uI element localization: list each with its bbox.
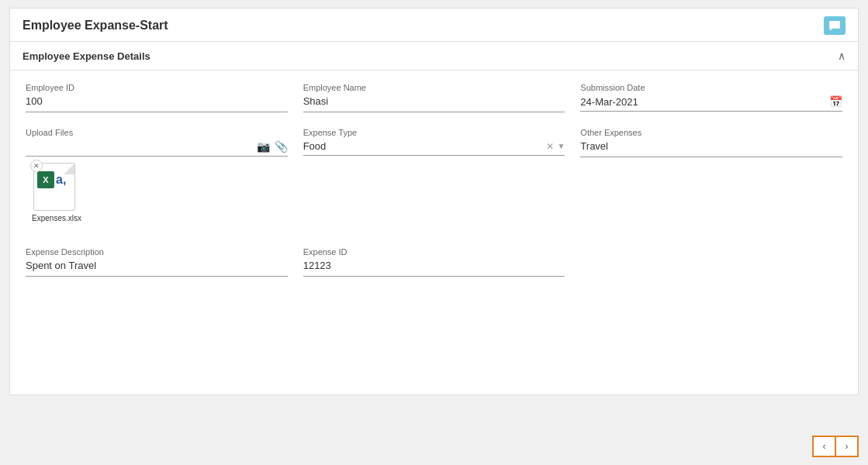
section-title: Employee Expense Details [22,50,150,62]
prev-button[interactable]: ‹ [812,436,835,457]
expense-description-field: Expense Description Spent on Travel [26,247,288,277]
employee-name-label: Employee Name [303,83,565,92]
other-expenses-label: Other Expenses [580,128,842,137]
svg-rect-0 [830,22,839,29]
chat-icon-button[interactable] [824,16,846,35]
next-button[interactable]: › [835,436,859,457]
collapse-icon[interactable]: ∧ [838,50,846,62]
file-name: Expenses.xlsx [26,214,88,222]
form-row-1: Employee ID 100 Employee Name Shasi Subm… [26,83,842,112]
camera-icon[interactable]: 📷 [257,140,270,153]
form-row-3: Expense Description Spent on Travel Expe… [26,247,842,277]
excel-icon: X [37,171,54,188]
expense-id-label: Expense ID [303,247,565,257]
expense-id-field: Expense ID 12123 [303,247,565,277]
form-content: Employee ID 100 Employee Name Shasi Subm… [10,71,858,394]
expense-description-value[interactable]: Spent on Travel [26,260,288,277]
upload-controls: 📷 📎 [26,140,288,157]
submission-date-field: Submission Date 24-Mar-2021 📅 [580,83,842,112]
file-close-button[interactable]: ✕ [30,160,43,172]
expense-type-actions: ✕ ▼ [546,141,565,152]
file-preview-area: ✕ X a, Expenses.xlsx [26,163,288,222]
expense-id-value[interactable]: 12123 [303,260,565,277]
submission-date-label: Submission Date [580,83,842,92]
expense-type-input: Food ✕ ▼ [303,140,565,156]
other-expenses-value[interactable]: Travel [580,140,842,157]
section-header: Employee Expense Details ∧ [10,42,858,71]
other-expenses-field: Other Expenses Travel [580,128,842,157]
main-container: Employee Expanse-Start Employee Expense … [9,8,859,395]
expense-type-field: Expense Type Food ✕ ▼ [303,128,565,156]
file-card: ✕ X a, Expenses.xlsx [26,163,88,222]
submission-date-value: 24-Mar-2021 [580,96,829,108]
file-icon-wrapper: ✕ X a, [33,163,80,211]
expense-type-clear-button[interactable]: ✕ [546,141,554,152]
employee-name-value[interactable]: Shasi [303,95,565,112]
employee-id-value[interactable]: 100 [26,95,288,112]
employee-id-field: Employee ID 100 [26,83,288,112]
gray-bar: ‹ › [0,403,868,465]
expense-type-label: Expense Type [303,128,565,137]
expense-description-label: Expense Description [26,247,288,257]
form-row-2: Upload Files 📷 📎 ✕ X [26,128,842,232]
nav-footer: ‹ › [812,436,859,457]
expense-type-dropdown-button[interactable]: ▼ [557,142,565,150]
word-icon: a, [56,173,66,187]
employee-id-label: Employee ID [26,83,288,92]
page-header: Employee Expanse-Start [10,9,858,42]
upload-files-field: Upload Files 📷 📎 ✕ X [26,128,288,232]
attachment-icon[interactable]: 📎 [275,140,288,153]
page-title: Employee Expanse-Start [22,19,168,33]
upload-files-label: Upload Files [26,128,288,137]
employee-name-field: Employee Name Shasi [303,83,565,112]
chat-icon [828,20,841,31]
calendar-icon[interactable]: 📅 [829,95,842,108]
expense-type-value: Food [303,140,547,152]
submission-date-input: 24-Mar-2021 📅 [580,95,842,112]
